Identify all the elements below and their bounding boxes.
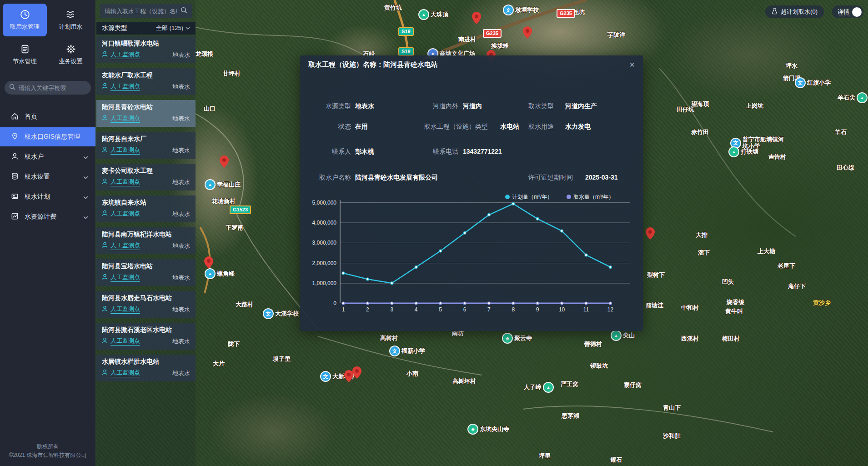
map-pin-icon[interactable] — [344, 370, 353, 382]
filter-dropdown[interactable]: 全部 (125) — [156, 24, 190, 32]
road-number: G1523 — [230, 205, 251, 214]
list-item[interactable]: 陆河县南万镇杞洋水电站人工监测点地表水 — [96, 227, 196, 254]
field-value: 河道内生产 — [565, 102, 597, 110]
monitor-tag[interactable]: 人工监测点 — [110, 83, 140, 90]
monitor-tag[interactable]: 人工监测点 — [110, 337, 140, 345]
monitor-tag[interactable]: 人工监测点 — [110, 274, 140, 281]
map-pin-icon[interactable] — [523, 26, 532, 39]
list-item[interactable]: 东坑镇自来水站人工监测点地表水 — [96, 195, 196, 222]
station-name: 麦卡公司取水工程 — [102, 167, 190, 175]
sidebar-item-2[interactable]: 取水户 — [0, 147, 95, 166]
school-marker-icon[interactable]: 文墩塘学校 — [504, 5, 539, 15]
road-badge[interactable]: G235 — [557, 9, 575, 18]
map-place-label: 老屋下 — [778, 262, 795, 270]
monitor-tag[interactable]: 人工监测点 — [110, 115, 140, 122]
school-marker-icon[interactable]: 文大溪学校 — [264, 309, 299, 318]
field-label: 状态 — [300, 123, 351, 131]
water-source-type: 地表水 — [172, 83, 190, 91]
module-tab-1[interactable]: 计划用水 — [49, 4, 93, 36]
mountain-marker-icon[interactable]: 羊石尖▲ — [838, 93, 867, 102]
list-item[interactable]: 陆河县自来水厂人工监测点地表水 — [96, 132, 196, 159]
monitor-tag[interactable]: 人工监测点 — [110, 146, 140, 154]
keyword-search[interactable] — [5, 81, 91, 95]
station-name: 陆河县青砼水电站 — [102, 103, 190, 111]
road-badge[interactable]: S19 — [398, 27, 414, 36]
mountain-marker-icon[interactable]: ▲打铁塘 — [729, 147, 758, 156]
map-place-label: 上大塘 — [758, 247, 775, 256]
person-icon — [102, 306, 108, 314]
list-item[interactable]: 友能水厂取水工程人工监测点地表水 — [96, 68, 196, 95]
intake-line-chart: 01,000,0002,000,0003,000,0004,000,0005,0… — [304, 192, 640, 318]
temple-marker-icon[interactable]: ♣东坑尖山寺 — [468, 425, 509, 434]
keyword-search-input[interactable] — [19, 85, 86, 91]
road-badge[interactable]: G1523 — [230, 205, 251, 214]
list-item[interactable]: 陆河县宝塔水电站人工监测点地表水 — [96, 259, 196, 286]
toggle-knob[interactable] — [852, 7, 862, 17]
road-number: G235 — [557, 9, 575, 18]
water-source-type: 地表水 — [172, 306, 190, 314]
svg-text:12: 12 — [607, 306, 614, 313]
module-tab-2[interactable]: 节水管理 — [3, 38, 47, 71]
map-place-label: 善德村 — [584, 340, 602, 348]
map-pin-icon[interactable] — [352, 366, 361, 379]
monitor-tag[interactable]: 人工监测点 — [110, 369, 140, 377]
map-pin-icon[interactable] — [472, 12, 481, 24]
blue-marker-icon[interactable]: ▲螺角峰 — [206, 269, 235, 278]
over-plan-button[interactable]: 超计划取水(0) — [765, 5, 824, 18]
sidebar-item-4[interactable]: 取水计划 — [0, 187, 95, 206]
temple-marker-icon[interactable]: ♣聚云寺 — [503, 334, 532, 343]
detail-toggle[interactable]: 详情 — [832, 5, 863, 18]
station-search-input[interactable] — [105, 8, 177, 15]
marker-label: 螺角峰 — [217, 270, 235, 278]
sidebar-item-0[interactable]: 首页 — [0, 107, 95, 126]
list-item[interactable]: 陆河县青砼水电站人工监测点地表水 — [96, 100, 196, 127]
monitor-tag[interactable]: 人工监测点 — [110, 306, 140, 313]
station-detail-modal: 取水工程（设施）名称：陆河县青砼水电站 × 水源类型 地表水 河道内外 河道内 … — [300, 55, 643, 331]
map-place-label: 庵仔下 — [788, 282, 806, 291]
map-place-label: 芋陂洋 — [607, 31, 625, 39]
monitor-tag[interactable]: 人工监测点 — [110, 210, 140, 218]
mountain-icon: ▲ — [729, 147, 738, 156]
module-tab-3[interactable]: 业务设置 — [49, 38, 93, 71]
field-label: 许可证过期时间 — [528, 174, 573, 182]
road-badge[interactable]: S19 — [398, 47, 414, 56]
field-value: 13432771221 — [463, 148, 502, 155]
mountain-marker-icon[interactable]: ▲尖山 — [612, 331, 635, 340]
sidebar-item-5[interactable]: 水资源计费 — [0, 207, 95, 226]
water-source-type: 地表水 — [172, 210, 190, 218]
map-place-label: 黄牛叫 — [725, 307, 743, 316]
module-label: 计划用水 — [59, 23, 83, 31]
list-item[interactable]: 陆河县水唇走马石水电站人工监测点地表水 — [96, 291, 196, 318]
water-source-type: 地表水 — [172, 242, 190, 250]
temple-icon: ♣ — [503, 334, 512, 343]
school-marker-icon[interactable]: 文福新小学 — [390, 346, 425, 356]
mountain-marker-icon[interactable]: 人子嶂▲ — [524, 383, 553, 392]
sidebar-item-1[interactable]: 取水口GIS信息管理 — [0, 127, 95, 146]
person-icon — [102, 115, 108, 123]
mountain-marker-icon[interactable]: ▲天珠顶 — [419, 10, 448, 19]
list-item[interactable]: 河口镇唱歌潭水电站人工监测点地表水 — [96, 36, 196, 63]
db-icon — [11, 172, 19, 181]
monitor-tag[interactable]: 人工监测点 — [110, 51, 140, 59]
road-badge[interactable]: G235 — [483, 29, 502, 38]
sidebar-menu: 首页取水口GIS信息管理取水户取水设置取水计划水资源计费 — [0, 101, 95, 442]
sidebar-item-3[interactable]: 取水设置 — [0, 167, 95, 186]
list-item[interactable]: 陆河县激石溪老区水电站人工监测点地表水 — [96, 323, 196, 350]
svg-text:4: 4 — [415, 306, 418, 313]
monitor-tag[interactable]: 人工监测点 — [110, 242, 140, 250]
station-search[interactable] — [100, 4, 192, 18]
search-icon[interactable] — [181, 7, 187, 15]
map-pin-icon[interactable] — [220, 155, 229, 168]
module-tab-0[interactable]: 取用水管理 — [3, 4, 47, 36]
person-icon — [102, 178, 108, 186]
school-marker-icon[interactable]: 文红旗小学 — [796, 78, 831, 87]
map-place-label: 黄竹坑 — [384, 4, 402, 12]
blue-marker-icon[interactable]: ▲幸福山庄 — [206, 180, 241, 189]
list-item[interactable]: 水唇镇水栏肚水电站人工监测点地表水 — [96, 355, 196, 381]
list-item[interactable]: 麦卡公司取水工程人工监测点地表水 — [96, 164, 196, 190]
monitor-tag[interactable]: 人工监测点 — [110, 178, 140, 186]
marker-label: 红旗小学 — [807, 79, 831, 87]
close-icon[interactable]: × — [629, 60, 635, 69]
map-pin-icon[interactable] — [204, 256, 213, 269]
map-pin-icon[interactable] — [646, 227, 655, 240]
